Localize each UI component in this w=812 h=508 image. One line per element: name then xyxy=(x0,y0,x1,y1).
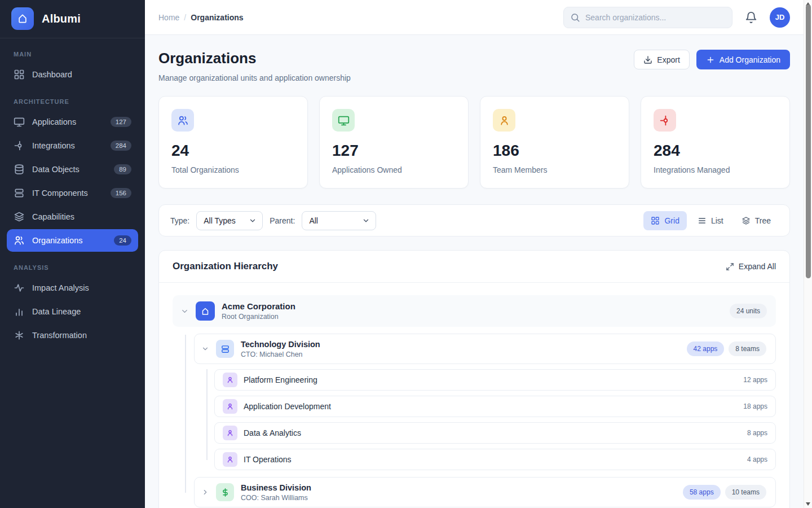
sidebar-item-label: Impact Analysis xyxy=(32,283,131,292)
nav-section-main: MAIN xyxy=(0,51,145,58)
page-subtitle: Manage organizational units and applicat… xyxy=(158,73,351,82)
layers-icon xyxy=(14,211,25,222)
chevron-down-icon[interactable] xyxy=(201,345,209,353)
sidebar-item-integrations[interactable]: Integrations 284 xyxy=(7,134,138,157)
activity-icon xyxy=(14,282,25,294)
node-subtitle: COO: Sarah Williams xyxy=(241,494,311,502)
stat-label: Team Members xyxy=(493,165,616,174)
teams-badge: 8 teams xyxy=(729,341,766,356)
node-subtitle: CTO: Michael Chen xyxy=(241,351,320,358)
users-icon xyxy=(14,235,25,246)
tree-layers-icon xyxy=(742,216,751,225)
chevron-right-icon[interactable] xyxy=(201,488,209,496)
node-name: Acme Corporation xyxy=(222,301,295,312)
sidebar-item-label: Transformation xyxy=(32,331,131,340)
user-icon xyxy=(223,399,237,414)
stat-value: 186 xyxy=(493,142,616,160)
apps-badge: 58 apps xyxy=(683,485,721,500)
view-list-button[interactable]: List xyxy=(690,211,731,230)
tree-row-platform-engineering[interactable]: Platform Engineering 12 apps xyxy=(214,369,776,391)
scroll-down-arrow[interactable] xyxy=(806,502,810,506)
export-button-label: Export xyxy=(657,55,679,64)
users-icon xyxy=(171,109,194,132)
sidebar-item-impact-analysis[interactable]: Impact Analysis xyxy=(7,277,138,299)
breadcrumb-home[interactable]: Home xyxy=(158,13,179,22)
sidebar-item-it-components[interactable]: IT Components 156 xyxy=(7,182,138,204)
user-icon xyxy=(223,373,237,387)
panel-title: Organization Hierarchy xyxy=(173,261,278,272)
download-icon xyxy=(643,55,652,64)
stat-value: 284 xyxy=(654,142,777,160)
page-header: Organizations Manage organizational unit… xyxy=(158,50,790,82)
nav-section-architecture: ARCHITECTURE xyxy=(0,98,145,105)
chevron-down-icon[interactable] xyxy=(180,307,189,316)
stat-cards: 24 Total Organizations 127 Applications … xyxy=(158,96,790,189)
sparkle-icon xyxy=(14,330,25,341)
type-filter-value: All Types xyxy=(204,216,236,225)
tree-row-data-analytics[interactable]: Data & Analytics 8 apps xyxy=(214,422,776,444)
page-title: Organizations xyxy=(158,50,351,67)
node-name: Application Development xyxy=(244,402,331,411)
sidebar-item-label: Data Objects xyxy=(32,165,107,174)
tree-row-it-operations[interactable]: IT Operations 4 apps xyxy=(214,449,776,470)
app-logo-home-icon xyxy=(11,7,34,30)
git-commit-icon xyxy=(654,109,676,132)
sidebar-item-transformation[interactable]: Transformation xyxy=(7,324,138,347)
node-subtitle: Root Organization xyxy=(222,313,295,321)
sidebar-item-label: Applications xyxy=(32,117,103,126)
chevron-down-icon xyxy=(362,217,370,225)
sidebar-item-dashboard[interactable]: Dashboard xyxy=(7,63,138,86)
server-icon xyxy=(14,187,25,199)
parent-filter-value: All xyxy=(309,216,318,225)
view-grid-button[interactable]: Grid xyxy=(643,211,686,230)
tree-row-root[interactable]: Acme Corporation Root Organization 24 un… xyxy=(173,295,776,327)
units-badge: 24 units xyxy=(730,304,767,318)
sidebar-item-label: Capabilities xyxy=(32,212,131,221)
scrollbar-thumb[interactable] xyxy=(806,5,811,278)
user-icon xyxy=(223,452,237,467)
building-icon xyxy=(196,301,215,321)
sidebar-item-applications[interactable]: Applications 127 xyxy=(7,111,138,133)
breadcrumb-current: Organizations xyxy=(191,13,243,22)
node-name: Technology Division xyxy=(241,339,320,349)
dashboard-icon xyxy=(14,69,25,80)
database-icon xyxy=(14,164,25,175)
sidebar-item-organizations[interactable]: Organizations 24 xyxy=(7,229,138,252)
sidebar-item-data-lineage[interactable]: Data Lineage xyxy=(7,300,138,323)
nav-section-analysis: ANALYSIS xyxy=(0,264,145,271)
notification-bell-icon[interactable] xyxy=(745,11,757,24)
stat-label: Total Organizations xyxy=(171,165,295,174)
parent-filter-label: Parent: xyxy=(270,216,295,225)
apps-badge: 42 apps xyxy=(687,341,725,356)
stat-value: 127 xyxy=(332,142,456,160)
search-box xyxy=(563,7,732,28)
view-list-label: List xyxy=(711,216,723,225)
tree-row-technology-division[interactable]: Technology Division CTO: Michael Chen 42… xyxy=(194,334,776,364)
brand: Albumi xyxy=(0,0,145,38)
user-avatar[interactable]: JD xyxy=(770,7,790,28)
search-input[interactable] xyxy=(563,7,732,28)
server-icon xyxy=(216,340,234,358)
add-organization-button[interactable]: Add Organization xyxy=(696,50,790,69)
tree-row-business-division[interactable]: Business Division COO: Sarah Williams 58… xyxy=(194,477,776,507)
view-tree-button[interactable]: Tree xyxy=(734,211,778,230)
tree-row-application-development[interactable]: Application Development 18 apps xyxy=(214,396,776,417)
vertical-scrollbar[interactable] xyxy=(804,0,812,508)
dollar-icon xyxy=(216,483,234,501)
stat-card-team-members: 186 Team Members xyxy=(480,96,629,189)
user-icon xyxy=(223,426,237,440)
node-name: IT Operations xyxy=(244,455,292,464)
git-commit-icon xyxy=(14,140,25,151)
count-badge: 284 xyxy=(111,141,131,151)
parent-filter-select[interactable]: All xyxy=(302,211,376,230)
stat-card-applications-owned: 127 Applications Owned xyxy=(319,96,469,189)
expand-all-button[interactable]: Expand All xyxy=(726,262,776,271)
sidebar-item-capabilities[interactable]: Capabilities xyxy=(7,205,138,228)
export-button[interactable]: Export xyxy=(634,50,689,69)
add-organization-label: Add Organization xyxy=(720,55,780,64)
type-filter-label: Type: xyxy=(170,216,189,225)
type-filter-select[interactable]: All Types xyxy=(196,211,263,230)
node-name: Platform Engineering xyxy=(244,375,317,384)
view-tree-label: Tree xyxy=(755,216,771,225)
sidebar-item-data-objects[interactable]: Data Objects 89 xyxy=(7,158,138,181)
